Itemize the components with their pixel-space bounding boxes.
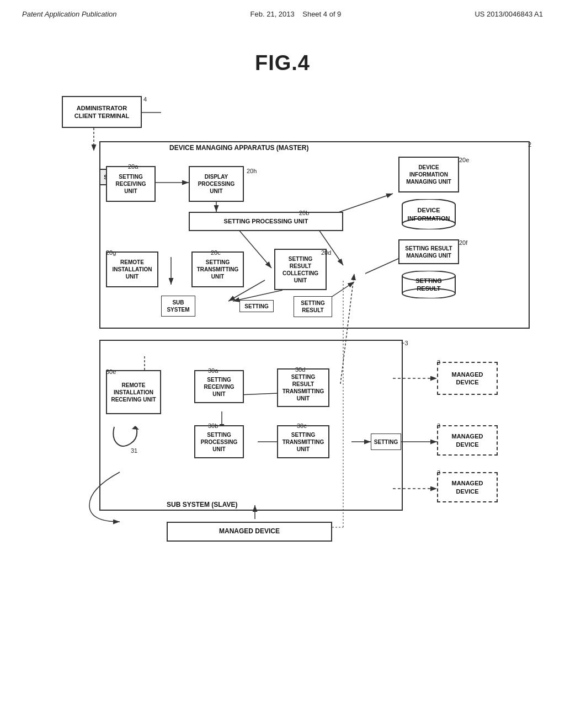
- label-30d: 30d: [295, 366, 305, 373]
- managed-device-2-box: MANAGED DEVICE: [437, 425, 498, 456]
- label-30c: 30c: [297, 422, 307, 429]
- setting-result-transmitting-box: SETTING RESULT TRANSMITTING UNIT: [277, 368, 329, 407]
- setting-between-label: SETTING: [239, 300, 274, 312]
- display-processing-unit-box: DISPLAY PROCESSING UNIT: [189, 166, 244, 202]
- setting-result-cylinder: SETTING RESULT: [401, 271, 456, 298]
- label-20e: 20e: [459, 157, 469, 163]
- label-3-1: 3: [437, 359, 440, 366]
- label-2: 2: [528, 141, 531, 148]
- page-header: Patent Application Publication Feb. 21, …: [0, 0, 565, 18]
- device-info-managing-box: DEVICE INFORMATION MANAGING UNIT: [398, 157, 459, 192]
- sub-system-label-box: SUB SYSTEM: [161, 296, 195, 317]
- header-center: Feb. 21, 2013 Sheet 4 of 9: [250, 10, 342, 18]
- label-3-2: 3: [437, 422, 440, 429]
- label-30b: 30b: [208, 422, 218, 429]
- device-managing-label: DEVICE MANAGING APPARATUS (MASTER): [169, 144, 308, 152]
- setting-transmitting-unit-box: SETTING TRANSMITTING UNIT: [191, 251, 244, 287]
- figure-title: FIG.4: [0, 51, 565, 75]
- label-20f: 20f: [459, 239, 467, 246]
- label-3-slash: ~3: [401, 340, 408, 346]
- label-30e: 30e: [106, 368, 116, 375]
- label-20b: 20b: [299, 210, 309, 216]
- label-20g: 20g: [106, 249, 116, 256]
- loop-icon: [109, 421, 153, 449]
- remote-installation-receiving-box: REMOTE INSTALLATION RECEIVING UNIT: [106, 370, 161, 414]
- managed-device-3-box: MANAGED DEVICE: [437, 472, 498, 502]
- setting-processing-unit-box: SETTING PROCESSING UNIT: [189, 212, 343, 231]
- device-information-cylinder: DEVICE INFORMATION: [401, 199, 456, 229]
- label-30a: 30a: [208, 367, 218, 374]
- label-4: 4: [143, 96, 147, 103]
- label-3-3: 3: [437, 469, 440, 476]
- setting-receiving-unit-box: SETTING RECEIVING UNIT: [106, 166, 156, 202]
- admin-client-terminal-box: ADMINISTRATOR CLIENT TERMINAL: [62, 96, 142, 128]
- managed-device-bottom-box: MANAGED DEVICE: [167, 522, 332, 542]
- managed-device-1-box: MANAGED DEVICE: [437, 362, 498, 395]
- header-left: Patent Application Publication: [22, 10, 117, 18]
- setting-result-managing-box: SETTING RESULT MANAGING UNIT: [398, 239, 459, 264]
- setting-processing-slave-box: SETTING PROCESSING UNIT: [194, 425, 244, 458]
- svg-marker-34: [132, 426, 139, 430]
- slave-system-label: SUB SYSTEM (SLAVE): [167, 501, 237, 508]
- setting-label-slave-box: SETTING: [371, 433, 401, 450]
- header-right: US 2013/0046843 A1: [475, 10, 543, 18]
- setting-result-label-box: SETTING RESULT: [294, 296, 332, 317]
- label-20h: 20h: [247, 168, 257, 174]
- label-20d: 20d: [321, 249, 331, 256]
- remote-installation-unit-box: REMOTE INSTALLATION UNIT: [106, 251, 158, 287]
- diagram: ADMINISTRATOR CLIENT TERMINAL 4 2 DEVICE…: [34, 86, 531, 566]
- setting-receiving-slave-box: SETTING RECEIVING UNIT: [194, 370, 244, 403]
- label-20c: 20c: [211, 249, 221, 256]
- label-20a: 20a: [128, 163, 138, 170]
- setting-transmitting-slave-box: SETTING TRANSMITTING UNIT: [277, 425, 329, 458]
- setting-result-collecting-box: SETTING RESULT COLLECTING UNIT: [274, 249, 327, 290]
- label-31: 31: [131, 447, 137, 454]
